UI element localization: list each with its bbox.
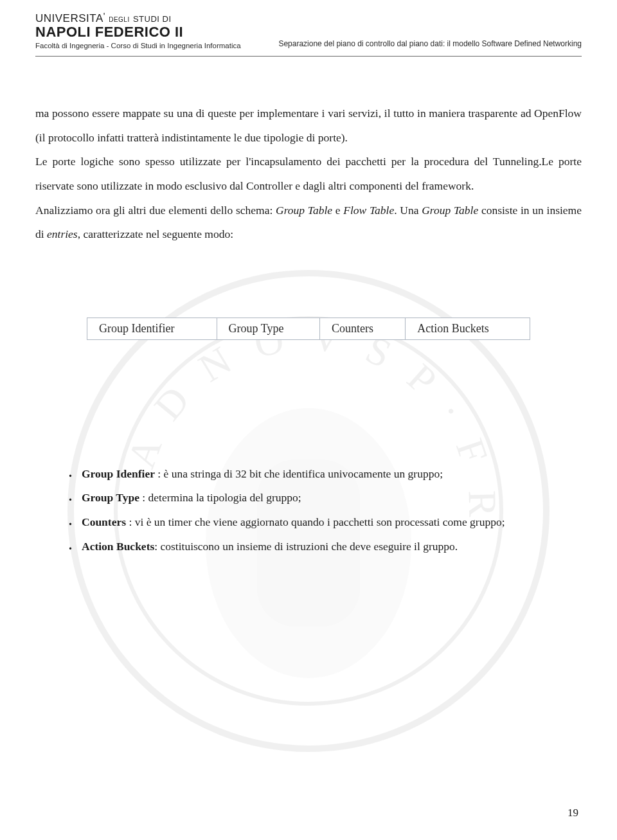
b3-term: Counters bbox=[82, 515, 126, 528]
p3-e: . Una bbox=[394, 204, 422, 217]
list-item: Action Buckets: costituiscono un insieme… bbox=[69, 535, 582, 559]
p3-entries: entries bbox=[47, 228, 78, 240]
page-number: 19 bbox=[568, 807, 578, 819]
paragraph-2: Le porte logiche sono spesso utilizzate … bbox=[35, 150, 582, 198]
paragraph-3: Analizziamo ora gli altri due elementi d… bbox=[35, 199, 582, 247]
logo-napoli: NAPOLI FEDERICO II bbox=[35, 24, 241, 39]
table-row: Group Identifier Group Type Counters Act… bbox=[87, 317, 530, 339]
logo-apostrophe: ' bbox=[103, 11, 105, 21]
logo-line-1: UNIVERSITA' DEGLI STUDI DI bbox=[35, 13, 241, 24]
b4-desc: : costituiscono un insieme di istruzioni… bbox=[154, 540, 458, 553]
logo-studi-di: STUDI DI bbox=[133, 14, 172, 24]
page-header: UNIVERSITA' DEGLI STUDI DI NAPOLI FEDERI… bbox=[35, 13, 582, 53]
b2-term: Group Type bbox=[82, 491, 139, 504]
header-doc-title: Separazione del piano di controllo dal p… bbox=[278, 39, 582, 49]
logo-universita: UNIVERSITA bbox=[35, 12, 103, 24]
p3-c: e bbox=[332, 204, 343, 217]
logo-degli: DEGLI bbox=[109, 16, 130, 23]
b4-term: Action Buckets bbox=[82, 540, 154, 553]
b1-term: Group Idenfier bbox=[82, 467, 155, 480]
group-entry-table: Group Identifier Group Type Counters Act… bbox=[87, 317, 530, 340]
header-faculty: Facoltà di Ingegneria - Corso di Studi i… bbox=[35, 42, 241, 49]
p3-group-table-2: Group Table bbox=[422, 204, 478, 217]
b3-desc: : vi è un timer che viene aggiornato qua… bbox=[126, 515, 505, 528]
list-item: Group Type : determina la tipologia del … bbox=[69, 486, 582, 510]
header-divider bbox=[35, 56, 582, 57]
p3-flow-table: Flow Table bbox=[343, 204, 394, 217]
p3-i: , caratterizzate nel seguente modo: bbox=[78, 228, 233, 240]
cell-group-identifier: Group Identifier bbox=[87, 317, 217, 339]
university-logo: UNIVERSITA' DEGLI STUDI DI NAPOLI FEDERI… bbox=[35, 13, 241, 49]
p3-group-table-1: Group Table bbox=[276, 204, 332, 217]
p3-a: Analizziamo ora gli altri due elementi d… bbox=[35, 204, 276, 217]
cell-action-buckets: Action Buckets bbox=[406, 317, 530, 339]
p1-text: ma possono essere mappate su una di ques… bbox=[35, 107, 582, 144]
paragraph-1: ma possono essere mappate su una di ques… bbox=[35, 102, 582, 150]
group-entry-table-wrapper: Group Identifier Group Type Counters Act… bbox=[87, 317, 530, 340]
list-item: Group Idenfier : è una stringa di 32 bit… bbox=[69, 462, 582, 487]
cell-group-type: Group Type bbox=[217, 317, 319, 339]
b1-desc: : è una stringa di 32 bit che identifica… bbox=[155, 467, 443, 480]
cell-counters: Counters bbox=[320, 317, 406, 339]
body-text: ma possono essere mappate su una di ques… bbox=[35, 102, 582, 247]
bullet-list: Group Idenfier : è una stringa di 32 bit… bbox=[35, 462, 582, 559]
b2-desc: : determina la tipologia del gruppo; bbox=[139, 491, 301, 504]
list-item: Counters : vi è un timer che viene aggio… bbox=[69, 510, 582, 535]
